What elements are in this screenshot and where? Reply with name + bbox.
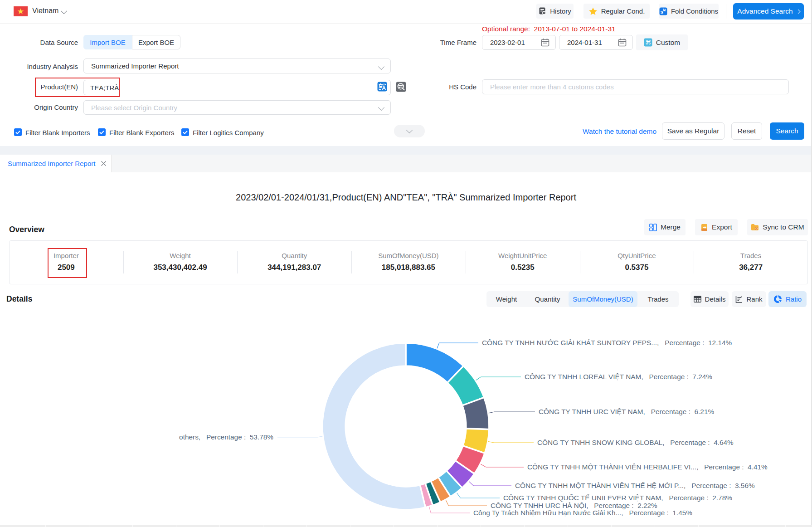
svg-text:CÔNG TY TNHH MỘT THÀNH VIÊN HE: CÔNG TY TNHH MỘT THÀNH VIÊN HERBALIFE VI… <box>527 463 768 471</box>
svg-text:⌘: ⌘ <box>645 39 651 46</box>
svg-text:CÔNG TY TNHH QUỐC TẾ UNILEVER: CÔNG TY TNHH QUỐC TẾ UNILEVER VIỆT NAM, … <box>503 494 732 502</box>
svg-text:CÔNG TY TNHH URC VIỆT NAM, P: CÔNG TY TNHH URC VIỆT NAM, Percentage : … <box>539 408 714 415</box>
svg-text:CÔNG TY TNHH SNOW KING GLOBAL,: CÔNG TY TNHH SNOW KING GLOBAL, Percentag… <box>537 439 734 446</box>
svg-text:Công Ty Trách Nhiệm Hữu Hạn Nư: Công Ty Trách Nhiệm Hữu Hạn Nước Giải Kh… <box>473 509 692 517</box>
svg-text:others, Percentage : 53.78%: others, Percentage : 53.78% <box>179 433 273 441</box>
svg-text:CÔNG TY TNHH LOREAL VIỆT NAM,: CÔNG TY TNHH LOREAL VIỆT NAM, Percentage… <box>525 373 712 381</box>
svg-text:CÔNG TY TNHH NƯỚC GIẢI KHÁT SU: CÔNG TY TNHH NƯỚC GIẢI KHÁT SUNTORY PEPS… <box>482 339 732 346</box>
svg-text:CÔNG TY TNHH URC HÀ NỘI, Per: CÔNG TY TNHH URC HÀ NỘI, Percentage : 2.… <box>491 502 657 509</box>
svg-text:CÔNG TY TNHH MỘT THÀNH VIÊN TH: CÔNG TY TNHH MỘT THÀNH VIÊN THẾ HỆ MỚI P… <box>515 482 755 489</box>
